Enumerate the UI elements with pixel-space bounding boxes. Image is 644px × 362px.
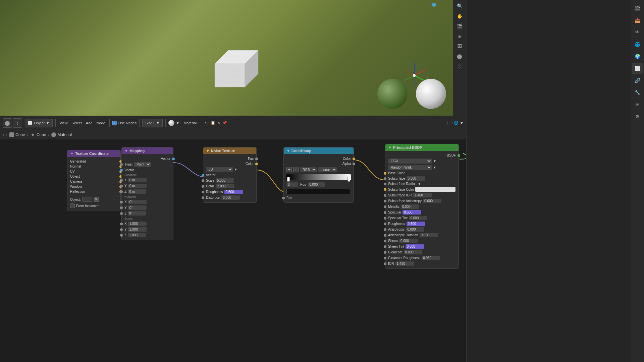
left-panel-toggle[interactable]: ‹ — [6, 132, 7, 137]
colorramp-mode-dropdown[interactable]: RGB — [300, 167, 317, 172]
right-scene-icon[interactable]: 🌐 — [632, 39, 643, 50]
loc-x-input[interactable] — [128, 178, 147, 182]
use-nodes-checkbox[interactable]: ✓ — [112, 121, 117, 125]
metallic-socket[interactable] — [384, 205, 386, 208]
object-field[interactable] — [82, 197, 92, 202]
rot-z-socket[interactable] — [120, 212, 123, 215]
right-particles-icon[interactable]: ✳ — [632, 99, 643, 110]
noise-roughness-socket[interactable] — [202, 191, 204, 193]
noise-detail-input[interactable] — [216, 184, 234, 188]
select-menu[interactable]: Select — [70, 121, 83, 125]
scale-y-input[interactable] — [128, 227, 147, 232]
roughness-input[interactable] — [407, 222, 425, 226]
colorramp-remove-btn[interactable]: - — [293, 167, 299, 172]
pin-icon[interactable]: 📌 — [222, 121, 227, 125]
viewport-render-icon[interactable]: ⬡ — [455, 62, 464, 71]
ggx-dropdown[interactable]: GGX — [388, 159, 432, 164]
sheen-input[interactable] — [399, 239, 418, 243]
mapping-vector-socket-in[interactable] — [120, 169, 123, 172]
globe-icon[interactable]: 🌐 — [454, 121, 459, 125]
view-menu[interactable]: View — [58, 121, 69, 125]
base-color-socket[interactable] — [384, 172, 386, 175]
principled-bsdf-node[interactable]: ▼ Principled BSDF BSDF GGX ▼ Random Walk — [385, 144, 459, 269]
loc-x-socket[interactable] — [120, 179, 123, 182]
scale-z-input[interactable] — [128, 233, 146, 237]
dimension-dropdown[interactable]: 3D — [206, 167, 233, 172]
specular-input[interactable] — [402, 210, 421, 215]
right-output-icon[interactable]: 📤 — [632, 15, 643, 25]
scale-x-socket[interactable] — [120, 223, 123, 225]
viewport-grid-icon[interactable]: ⊞ — [455, 32, 464, 41]
aniso-rotation-input[interactable] — [420, 233, 438, 237]
breadcrumb-cube1[interactable]: Cube — [9, 132, 25, 137]
subsurface-radius-socket[interactable] — [384, 183, 386, 185]
tex-coord-node[interactable]: ▼ Texture Coordinate Generated Normal UV… — [67, 150, 121, 211]
subsurface-aniso-input[interactable] — [423, 199, 441, 203]
rot-y-input[interactable] — [128, 205, 147, 210]
rot-z-input[interactable] — [128, 211, 146, 216]
subsurface-color-socket[interactable] — [384, 188, 386, 191]
specular-tint-input[interactable] — [409, 216, 427, 220]
rot-y-socket[interactable] — [120, 206, 123, 209]
noise-detail-socket[interactable] — [202, 185, 204, 188]
type-socket[interactable] — [120, 163, 123, 166]
bsdf-socket[interactable] — [458, 154, 460, 157]
loc-y-socket[interactable] — [120, 185, 123, 187]
color-socket-out[interactable] — [255, 163, 258, 165]
right-physics-icon[interactable]: ⚙ — [632, 111, 643, 122]
editor-view-icon[interactable]: ↕ — [13, 118, 22, 128]
loc-y-input[interactable] — [128, 184, 147, 188]
colorramp-interp-dropdown[interactable]: Linear — [318, 167, 337, 172]
dropdown-icon[interactable]: ▼ — [460, 121, 464, 125]
colorramp-alpha-socket[interactable] — [353, 163, 355, 165]
colorramp-color-socket[interactable] — [353, 158, 355, 160]
viewport-camera-icon[interactable]: 🎬 — [455, 21, 464, 31]
noise-distortion-input[interactable] — [221, 195, 240, 200]
up-icon[interactable]: ↑ — [446, 121, 448, 125]
colorramp-pos-value[interactable] — [308, 182, 325, 187]
colorramp-handle-left[interactable] — [287, 177, 290, 182]
random-walk-dropdown[interactable]: Random Walk — [388, 165, 432, 170]
right-world-icon[interactable]: 🌍 — [632, 51, 643, 62]
colorramp-color-swatch[interactable] — [286, 189, 351, 194]
type-dropdown[interactable]: Point — [134, 162, 151, 167]
subsurface-color-swatch[interactable] — [415, 187, 455, 192]
anisotropic-input[interactable] — [406, 227, 424, 232]
ior-input[interactable] — [395, 261, 414, 266]
aniso-rotation-socket[interactable] — [384, 234, 386, 237]
rot-x-input[interactable] — [128, 200, 147, 204]
viewport-search-icon[interactable]: 🔍 — [455, 1, 464, 11]
subsurface-ior-input[interactable] — [413, 193, 432, 197]
add-menu[interactable]: Add — [85, 121, 94, 125]
viewport-image-icon[interactable]: 🖼 — [455, 42, 464, 51]
noise-texture-node[interactable]: ▼ Noise Texture Fac Color 3D ▼ — [203, 147, 257, 203]
copy-icon[interactable]: 📋 — [211, 121, 215, 125]
mapping-vector-socket-out[interactable] — [172, 158, 175, 160]
ior-socket[interactable] — [384, 262, 386, 265]
viewport-grab-icon[interactable]: ✋ — [455, 11, 464, 21]
object-mode-button[interactable]: ⬜ Object ▼ — [25, 119, 53, 127]
noise-scale-socket[interactable] — [202, 179, 204, 182]
scale-z-socket[interactable] — [120, 234, 123, 237]
breadcrumb-cube2[interactable]: Cube — [31, 132, 46, 137]
slot-selector[interactable]: Slot 1 ▼ — [142, 119, 163, 127]
sheen-tint-socket[interactable] — [384, 245, 386, 248]
rot-x-socket[interactable] — [120, 201, 123, 203]
scale-y-socket[interactable] — [120, 228, 123, 231]
instancer-checkbox[interactable] — [70, 203, 75, 208]
colorramp-handle-right[interactable] — [347, 177, 350, 182]
subsurface-aniso-socket[interactable] — [384, 200, 386, 202]
colorramp-node[interactable]: ▼ ColorRamp Color Alpha + - RGB Linear — [283, 147, 354, 203]
clearcoat-socket[interactable] — [384, 251, 386, 254]
chevron-left-icon[interactable]: ‹ — [3, 132, 4, 137]
clearcoat-input[interactable] — [404, 250, 422, 254]
clearcoat-roughness-socket[interactable] — [384, 257, 386, 259]
subsurface-input[interactable] — [407, 176, 425, 181]
mapping-node[interactable]: ▼ Mapping Vector Type: Point Vector — [121, 147, 173, 240]
right-render-icon[interactable]: 🎬 — [632, 3, 643, 13]
viewport-circle-icon[interactable]: ⬤ — [455, 52, 464, 61]
specular-socket[interactable] — [384, 211, 386, 214]
noise-distortion-socket[interactable] — [202, 196, 204, 199]
shield-icon[interactable]: 🛡 — [205, 121, 209, 125]
subsurface-socket[interactable] — [384, 177, 386, 180]
